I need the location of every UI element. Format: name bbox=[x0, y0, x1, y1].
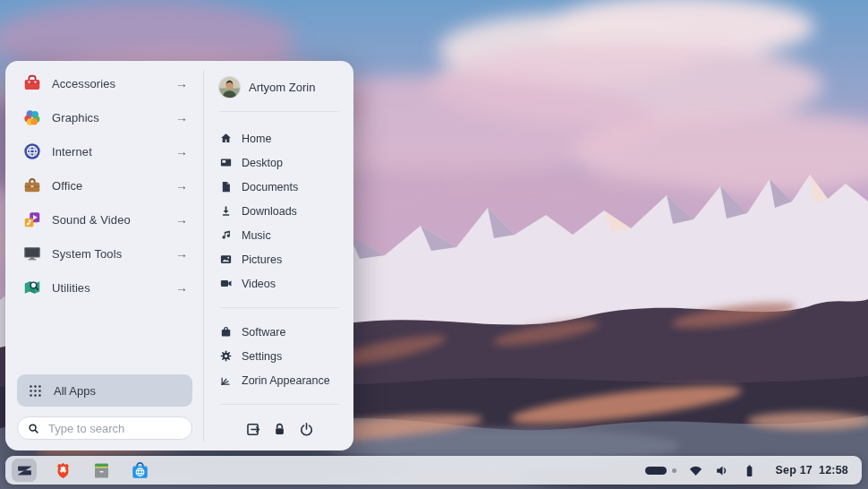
place-music[interactable]: Music bbox=[219, 223, 339, 247]
zorin-logo-icon bbox=[14, 460, 35, 481]
place-label: Pictures bbox=[242, 253, 282, 266]
place-label: Videos bbox=[242, 278, 276, 290]
place-label: Desktop bbox=[242, 157, 283, 169]
document-icon bbox=[219, 180, 233, 193]
tray-time: 12:58 bbox=[819, 464, 848, 476]
place-home[interactable]: Home bbox=[219, 126, 339, 150]
category-office[interactable]: Office → bbox=[17, 168, 192, 202]
category-label: Accessories bbox=[52, 77, 115, 90]
arrow-right-icon: → bbox=[175, 145, 188, 158]
category-label: Internet bbox=[52, 145, 92, 159]
battery-icon bbox=[742, 463, 757, 478]
shopping-bag-icon bbox=[219, 325, 233, 339]
all-apps-button[interactable]: All Apps bbox=[17, 374, 192, 407]
avatar bbox=[219, 77, 240, 98]
place-label: Downloads bbox=[242, 205, 297, 218]
category-graphics[interactable]: Graphics → bbox=[17, 100, 192, 134]
media-play-note-icon bbox=[22, 210, 42, 229]
menu-item-software[interactable]: Software bbox=[219, 320, 339, 344]
place-label: Home bbox=[242, 133, 271, 145]
map-magnifier-icon bbox=[22, 278, 42, 297]
place-label: Documents bbox=[242, 181, 298, 193]
place-documents[interactable]: Documents bbox=[219, 175, 339, 199]
home-icon bbox=[219, 132, 233, 145]
spacer bbox=[17, 305, 192, 374]
arrow-right-icon: → bbox=[175, 179, 188, 192]
log-out-button[interactable] bbox=[241, 417, 264, 441]
category-system-tools[interactable]: System Tools → bbox=[17, 236, 192, 270]
arrow-right-icon: → bbox=[175, 77, 188, 90]
wifi-icon bbox=[688, 463, 703, 478]
app-menu-panel: Accessories → Graphics → Internet → bbox=[5, 61, 353, 450]
toolbox-icon bbox=[22, 73, 42, 93]
category-label: Office bbox=[52, 179, 82, 193]
taskbar-software-store-button[interactable] bbox=[127, 459, 152, 482]
place-videos[interactable]: Videos bbox=[219, 271, 339, 296]
workspace-active-pill[interactable] bbox=[645, 467, 667, 475]
divider bbox=[219, 404, 339, 405]
clock[interactable]: Sep 17 12:58 bbox=[776, 464, 849, 476]
picture-icon bbox=[219, 253, 233, 266]
divider bbox=[219, 111, 339, 112]
software-bag-globe-icon bbox=[130, 460, 150, 481]
category-label: Graphics bbox=[52, 111, 99, 124]
system-tray[interactable]: Sep 17 12:58 bbox=[645, 463, 863, 478]
menu-item-zorin-appearance[interactable]: Zorin Appearance bbox=[219, 368, 339, 392]
workspace-switcher[interactable] bbox=[645, 467, 677, 475]
volume-icon bbox=[715, 463, 730, 478]
menu-item-label: Zorin Appearance bbox=[242, 374, 330, 387]
tray-date: Sep 17 bbox=[776, 464, 813, 476]
menu-item-label: Software bbox=[242, 326, 285, 339]
arrow-right-icon: → bbox=[175, 111, 188, 124]
search-input[interactable] bbox=[47, 421, 183, 436]
grid-icon bbox=[28, 383, 43, 399]
globe-icon bbox=[22, 142, 42, 161]
category-label: System Tools bbox=[52, 247, 122, 261]
category-internet[interactable]: Internet → bbox=[17, 134, 192, 168]
category-accessories[interactable]: Accessories → bbox=[17, 66, 192, 100]
divider bbox=[219, 307, 339, 308]
menu-item-label: Settings bbox=[242, 350, 282, 363]
arrow-right-icon: → bbox=[175, 281, 188, 294]
appearance-fan-icon bbox=[219, 373, 233, 387]
all-apps-label: All Apps bbox=[54, 384, 96, 398]
categories-column: Accessories → Graphics → Internet → bbox=[5, 61, 203, 450]
brave-shield-icon bbox=[53, 460, 73, 481]
place-label: Music bbox=[242, 229, 271, 242]
category-label: Sound & Video bbox=[52, 213, 131, 227]
taskbar-zorin-menu-button[interactable] bbox=[12, 459, 37, 482]
search-box[interactable] bbox=[17, 416, 192, 440]
category-sound-video[interactable]: Sound & Video → bbox=[17, 202, 192, 236]
session-buttons bbox=[219, 416, 339, 442]
arrow-right-icon: → bbox=[175, 247, 188, 260]
video-camera-icon bbox=[219, 277, 233, 290]
taskbar: Sep 17 12:58 bbox=[5, 456, 862, 485]
taskbar-brave-browser-button[interactable] bbox=[50, 459, 75, 482]
arrow-right-icon: → bbox=[175, 213, 188, 226]
place-pictures[interactable]: Pictures bbox=[219, 247, 339, 271]
music-note-icon bbox=[219, 228, 233, 242]
search-icon bbox=[27, 422, 40, 435]
user-column: Artyom Zorin Home Desktop Documents bbox=[204, 61, 353, 450]
workspace-inactive-dot[interactable] bbox=[672, 468, 677, 473]
file-cabinet-icon bbox=[91, 460, 112, 481]
menu-item-settings[interactable]: Settings bbox=[219, 344, 339, 368]
taskbar-apps bbox=[5, 459, 152, 482]
briefcase-icon bbox=[22, 176, 42, 195]
power-button[interactable] bbox=[294, 417, 318, 441]
category-label: Utilities bbox=[52, 281, 90, 295]
category-utilities[interactable]: Utilities → bbox=[17, 270, 192, 305]
taskbar-files-button[interactable] bbox=[89, 459, 114, 482]
user-menu-item[interactable]: Artyom Zorin bbox=[219, 72, 339, 102]
monitor-icon bbox=[22, 244, 42, 263]
download-icon bbox=[219, 204, 233, 218]
gear-icon bbox=[219, 349, 233, 363]
place-desktop[interactable]: Desktop bbox=[219, 150, 339, 175]
lock-button[interactable] bbox=[268, 417, 291, 441]
desktop-icon bbox=[219, 156, 233, 169]
desktop: Accessories → Graphics → Internet → bbox=[0, 0, 868, 489]
user-name: Artyom Zorin bbox=[249, 81, 315, 94]
graphics-pinwheel-icon bbox=[22, 107, 42, 127]
place-downloads[interactable]: Downloads bbox=[219, 199, 339, 223]
